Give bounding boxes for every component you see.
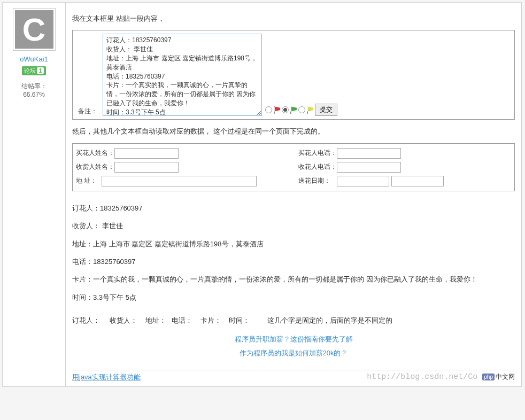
date-input-2[interactable]: [391, 176, 444, 186]
date-label: 送花日期：: [298, 176, 337, 185]
flag-green-icon: [290, 106, 297, 114]
paragraph-1: 我在文本框里 粘贴一段内容，: [72, 12, 515, 25]
form-box: 买花人姓名： 买花人电话： 收货人姓名： 收花人电话：: [72, 143, 515, 191]
watermark-url: http://blog.csdn.net/Co: [367, 372, 477, 382]
post-content: 我在文本框里 粘贴一段内容， 备注： 提交 然后，其他几个文本框自动读取对应的数…: [66, 3, 521, 386]
radio-3[interactable]: [298, 106, 305, 113]
watermark: http://blog.csdn.net/Co php 中文网: [367, 372, 515, 382]
recv-phone-input[interactable]: [337, 162, 401, 173]
remark-textarea[interactable]: [103, 34, 262, 116]
data-line-6: 时间：3.3号下午 5点: [72, 291, 515, 304]
avatar-image: C: [15, 10, 53, 49]
radio-2[interactable]: [282, 106, 289, 113]
username-link[interactable]: oWuKai1: [5, 55, 63, 63]
flag-yellow-icon: [307, 106, 313, 114]
related-link[interactable]: 用java实现计算器功能: [72, 372, 141, 382]
data-line-5: 卡片：一个真实的我，一颗真诚的心，一片真挚的情，一份浓浓的爱，所有的一切都是属于…: [72, 273, 515, 285]
watermark-cn: 中文网: [496, 372, 515, 382]
avatar[interactable]: C: [13, 8, 56, 51]
recv-phone-label: 收花人电话：: [298, 162, 337, 172]
textarea-box: 备注： 提交: [72, 30, 515, 120]
paragraph-3: 订花人： 收货人： 地址： 电话： 卡片： 时间： 这几个字是固定的，后面的字是…: [72, 314, 515, 326]
address-label: 地 址：: [76, 176, 102, 185]
flag-group: 提交: [265, 104, 337, 116]
buyer-name-label: 买花人姓名：: [76, 149, 114, 158]
address-input[interactable]: [102, 176, 257, 186]
promo-link-2[interactable]: 作为程序员的我是如何加薪20k的？: [72, 346, 515, 360]
forum-badge: 论坛1: [5, 63, 63, 75]
badge-label: 论坛: [24, 67, 36, 74]
buyer-phone-label: 买花人电话：: [298, 149, 337, 158]
avatar-letter: C: [22, 11, 45, 48]
data-line-3: 地址：上海 上海市 嘉定区 嘉定镇街道博乐路198号，莫泰酒店: [72, 238, 515, 250]
badge-number: 1: [37, 67, 43, 74]
rate-value: 66.67%: [5, 91, 63, 98]
data-line-1: 订花人：18325760397: [72, 202, 515, 214]
post-container: C oWuKai1 论坛1 结帖率： 66.67% 我在文本框里 粘贴一段内容，…: [2, 2, 522, 387]
buyer-phone-input[interactable]: [337, 148, 401, 159]
data-line-4: 电话：18325760397: [72, 255, 515, 268]
date-input-1[interactable]: [337, 176, 389, 186]
watermark-php-icon: php: [482, 374, 495, 380]
rate-label: 结帖率：: [5, 82, 63, 91]
watermark-logo: php 中文网: [482, 372, 515, 382]
recv-name-input[interactable]: [114, 162, 179, 173]
submit-button[interactable]: 提交: [315, 104, 337, 116]
divider: [72, 370, 515, 370]
buyer-name-input[interactable]: [114, 148, 179, 159]
data-line-2: 收货人： 李世佳: [72, 220, 515, 232]
radio-1[interactable]: [265, 106, 272, 113]
paragraph-2: 然后，其他几个文本框自动读取对应的数据， 这个过程是在同一个页面下完成的。: [72, 125, 515, 137]
user-sidebar: C oWuKai1 论坛1 结帖率： 66.67%: [3, 3, 66, 386]
promo-link-1[interactable]: 程序员升职加薪？这份指南你要先了解: [72, 332, 515, 346]
remark-label: 备注：: [78, 107, 97, 116]
flag-red-icon: [274, 106, 280, 114]
bottom-row: 用java实现计算器功能 http://blog.csdn.net/Co php…: [72, 372, 515, 382]
recv-name-label: 收货人姓名：: [76, 162, 114, 172]
promo-links: 程序员升职加薪？这份指南你要先了解 作为程序员的我是如何加薪20k的？: [72, 332, 515, 360]
